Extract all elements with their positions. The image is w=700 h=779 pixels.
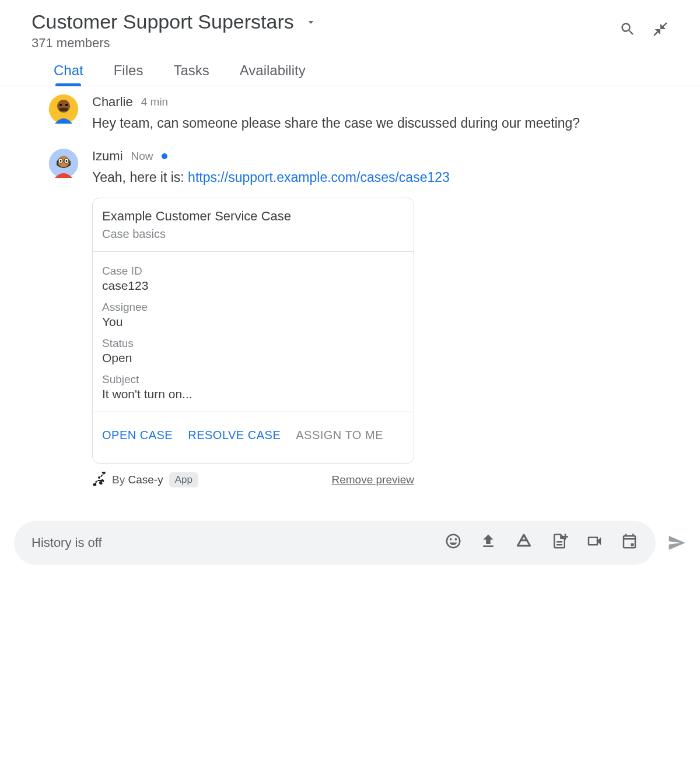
create-doc-icon[interactable]	[551, 532, 568, 553]
svg-point-3	[65, 104, 68, 106]
field-value: case123	[102, 279, 404, 293]
chat-header: Customer Support Superstars 371 members	[0, 0, 700, 51]
emoji-icon[interactable]	[444, 532, 462, 553]
card-source: By Case-y	[112, 473, 163, 486]
tab-chat[interactable]: Chat	[54, 62, 83, 86]
room-title[interactable]: Customer Support Superstars	[32, 10, 294, 33]
card-subtitle: Case basics	[102, 227, 404, 241]
tab-tasks[interactable]: Tasks	[173, 62, 209, 86]
member-count: 371 members	[32, 36, 620, 51]
svg-point-2	[60, 104, 62, 106]
app-badge: App	[169, 472, 198, 487]
message-composer[interactable]	[14, 521, 656, 565]
message-timestamp: Now	[131, 150, 153, 163]
field-value: It won't turn on...	[102, 387, 404, 401]
remove-preview-button[interactable]: Remove preview	[332, 473, 415, 486]
field-label: Assignee	[102, 301, 404, 314]
svg-rect-4	[60, 108, 68, 111]
open-case-button[interactable]: OPEN CASE	[102, 429, 173, 442]
tab-files[interactable]: Files	[114, 62, 144, 86]
avatar[interactable]	[49, 94, 78, 124]
message-text-prefix: Yeah, here it is:	[92, 170, 188, 185]
message-author: Charlie	[92, 94, 133, 110]
assign-to-me-button[interactable]: ASSIGN TO ME	[296, 429, 383, 442]
online-indicator-icon	[162, 153, 167, 159]
svg-point-9	[60, 160, 62, 162]
message: Izumi Now Yeah, here it is: https://supp…	[49, 149, 668, 489]
message-list: Charlie 4 min Hey team, can someone plea…	[0, 86, 700, 488]
card-title: Example Customer Service Case	[102, 209, 404, 224]
field-label: Subject	[102, 373, 404, 386]
webhook-icon	[92, 472, 106, 488]
message-author: Izumi	[92, 149, 123, 164]
send-icon[interactable]	[667, 534, 686, 552]
field-label: Case ID	[102, 265, 404, 278]
search-icon[interactable]	[620, 21, 636, 40]
card-field: Subject It won't turn on...	[102, 373, 404, 401]
message-text: Yeah, here it is: https://support.exampl…	[92, 167, 668, 188]
svg-point-10	[66, 160, 68, 162]
card-meta: By Case-y App Remove preview	[92, 472, 414, 488]
collapse-icon[interactable]	[652, 21, 668, 40]
drive-icon[interactable]	[514, 532, 533, 554]
upload-icon[interactable]	[480, 532, 497, 553]
message: Charlie 4 min Hey team, can someone plea…	[49, 94, 668, 134]
video-icon[interactable]	[586, 532, 603, 553]
card-field: Assignee You	[102, 301, 404, 329]
tab-availability[interactable]: Availability	[240, 62, 306, 86]
message-text: Hey team, can someone please share the c…	[92, 113, 668, 134]
field-value: Open	[102, 351, 404, 365]
message-input[interactable]	[32, 535, 444, 550]
message-timestamp: 4 min	[141, 96, 168, 108]
card-field: Status Open	[102, 337, 404, 365]
tab-bar: Chat Files Tasks Availability	[0, 51, 700, 86]
calendar-icon[interactable]	[621, 532, 638, 553]
chevron-down-icon[interactable]	[304, 16, 317, 29]
card-field: Case ID case123	[102, 265, 404, 293]
field-label: Status	[102, 337, 404, 350]
case-preview-card: Example Customer Service Case Case basic…	[92, 198, 414, 464]
case-link[interactable]: https://support.example.com/cases/case12…	[188, 170, 450, 185]
resolve-case-button[interactable]: RESOLVE CASE	[188, 429, 281, 442]
avatar[interactable]	[49, 149, 78, 178]
field-value: You	[102, 315, 404, 329]
